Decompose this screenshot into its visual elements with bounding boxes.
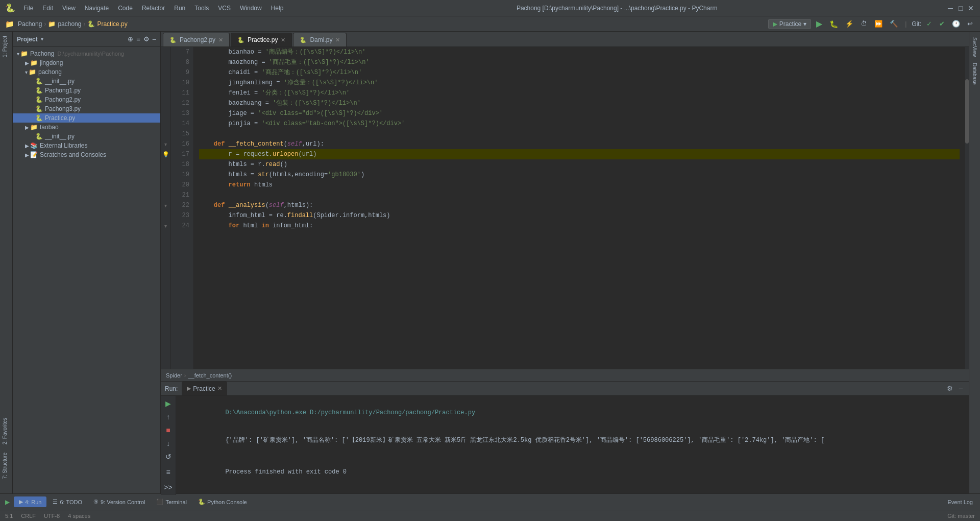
tree-taobao[interactable]: ▶ 📁 taobao — [13, 123, 160, 132]
run-config-selector[interactable]: ▶ Practice ▾ — [768, 19, 811, 29]
fold-24[interactable]: ▾ — [164, 223, 167, 229]
btm-vcs-tab[interactable]: ⑨ 9: Version Control — [88, 496, 150, 507]
run-tab-close[interactable]: ✕ — [217, 385, 222, 392]
tree-jingdong[interactable]: ▶ 📁 jingdong — [13, 58, 160, 67]
gutter-20 — [161, 180, 170, 190]
settings-button[interactable]: ⚙ — [143, 35, 150, 43]
git-checkmark1[interactable]: ✓ — [924, 19, 934, 29]
right-container: 🐍 Pachong2.py ✕ 🐍 Practice.py ✕ 🐍 Dami.p… — [161, 32, 969, 493]
editor-area[interactable]: ▾ 💡 ▾ ▾ 7 8 9 10 11 12 13 14 15 — [161, 47, 969, 369]
profile-button[interactable]: ⏱ — [859, 19, 869, 29]
expand-output[interactable]: >> — [162, 482, 174, 493]
dami-tab-close[interactable]: ✕ — [335, 37, 340, 43]
btm-terminal-tab[interactable]: ⬛ Terminal — [151, 496, 192, 507]
linenum-13: 13 — [171, 108, 189, 119]
code-line-24: for html in infom_html: — [199, 221, 960, 231]
status-position[interactable]: 5:1 — [5, 513, 13, 519]
output-line-3: Process finished with exit code 0 — [181, 458, 964, 486]
stop-button[interactable]: ⏩ — [872, 19, 885, 29]
tree-pachong2[interactable]: 🐍 Pachong2.py — [13, 95, 160, 104]
tree-external-libs[interactable]: ▶ 📚 External Libraries — [13, 141, 160, 150]
tree-pachong-folder[interactable]: ▾ 📁 pachong — [13, 67, 160, 77]
status-indent[interactable]: 4 spaces — [68, 513, 90, 519]
breadcrumb-pachong[interactable]: Pachong — [18, 20, 42, 28]
fold-16[interactable]: ▾ — [164, 141, 167, 147]
tree-init-py[interactable]: 🐍 __init__.py — [13, 77, 160, 86]
locate-file-button[interactable]: ⊕ — [128, 35, 133, 43]
menu-vcs[interactable]: VCS — [214, 4, 235, 13]
menu-tools[interactable]: Tools — [190, 4, 213, 13]
git-history[interactable]: 🕐 — [950, 19, 962, 29]
run-scroll-up[interactable]: ↑ — [165, 411, 172, 422]
menu-code[interactable]: Code — [114, 4, 137, 13]
close-button[interactable]: ✕ — [967, 4, 975, 12]
menu-window[interactable]: Window — [236, 4, 266, 13]
run-scroll-down[interactable]: ↓ — [165, 438, 172, 449]
status-git[interactable]: Git: master — [947, 513, 975, 519]
close-panel-button[interactable]: – — [153, 35, 156, 43]
run-button[interactable]: ▶ — [814, 18, 824, 30]
tab-practice[interactable]: 🐍 Practice.py ✕ — [231, 33, 292, 46]
tab-dami-label: Dami.py — [310, 36, 332, 43]
scroll-from-source-button[interactable]: ≡ — [136, 35, 140, 43]
code-line-17: r = request.urlopen(url) — [199, 149, 960, 159]
init-py-icon: 🐍 — [35, 78, 43, 85]
breadcrumb-pachong-sub[interactable]: pachong — [58, 20, 81, 28]
pachong2-tab-close[interactable]: ✕ — [218, 37, 223, 43]
run-tab[interactable]: ▶ Practice ✕ — [182, 382, 227, 395]
run-rerun-button[interactable]: ↺ — [164, 451, 173, 462]
btm-event-log-tab[interactable]: Event Log — [942, 497, 978, 507]
tab-pachong2[interactable]: 🐍 Pachong2.py ✕ — [163, 33, 230, 46]
debug-button[interactable]: 🐛 — [827, 19, 840, 29]
bottom-panel-tabs: Run: ▶ Practice ✕ ⚙ – — [161, 382, 969, 396]
menu-file[interactable]: File — [19, 4, 37, 13]
btm-python-console-tab[interactable]: 🐍 Python Console — [193, 496, 252, 507]
build-button[interactable]: 🔨 — [888, 19, 900, 29]
btm-vcs-icon: ⑨ — [93, 499, 99, 505]
code-line-12: baozhuang = '包装：([\s\S]*?)</li>\n' — [199, 98, 960, 108]
tree-scratches[interactable]: ▶ 📝 Scratches and Consoles — [13, 150, 160, 159]
status-linesep[interactable]: CRLF — [21, 513, 36, 519]
tree-practice[interactable]: 🐍 Practice.py — [13, 113, 160, 123]
coverage-button[interactable]: ⚡ — [843, 19, 855, 29]
menu-edit[interactable]: Edit — [38, 4, 57, 13]
breadcrumb-practice[interactable]: Practice.py — [97, 20, 127, 28]
minimize-button[interactable]: ─ — [946, 4, 954, 12]
run-tab-icon: ▶ — [187, 385, 191, 392]
run-close-button[interactable]: ≡ — [164, 466, 172, 478]
code-editor[interactable]: bianhao = '商品编号：([\s\S]*?)</li>\n' maozh… — [194, 47, 965, 369]
practice-tab-close[interactable]: ✕ — [281, 37, 285, 43]
menu-navigate[interactable]: Navigate — [81, 4, 113, 13]
btm-run-tab[interactable]: ▶ 4: Run — [14, 496, 46, 507]
run-play-button[interactable]: ▶ — [164, 398, 173, 409]
tree-pachong1[interactable]: 🐍 Pachong1.py — [13, 86, 160, 95]
bottom-run-button[interactable]: ▶ — [2, 499, 13, 506]
menu-refactor[interactable]: Refactor — [138, 4, 169, 13]
menu-view[interactable]: View — [58, 4, 80, 13]
git-undo[interactable]: ↩ — [965, 19, 975, 29]
minimize-run-button[interactable]: – — [957, 384, 965, 393]
structure-tab[interactable]: 7: Structure — [0, 448, 12, 483]
database-tab[interactable]: Database — [970, 60, 979, 88]
project-tab[interactable]: 1: Project — [0, 32, 12, 61]
tab-dami[interactable]: 🐍 Dami.py ✕ — [293, 33, 347, 46]
favorites-tab[interactable]: 2: Favorites — [0, 414, 12, 448]
status-encoding[interactable]: UTF-8 — [44, 513, 60, 519]
editor-scrollbar[interactable] — [965, 47, 969, 369]
scvview-tab[interactable]: SvcView — [970, 34, 979, 60]
run-stop-button[interactable]: ■ — [164, 424, 172, 436]
linenum-8: 8 — [171, 57, 189, 67]
btm-todo-tab[interactable]: ☰ 6: TODO — [47, 496, 87, 507]
settings-run-button[interactable]: ⚙ — [945, 384, 955, 393]
gutter-16: ▾ — [161, 139, 170, 149]
bulb-17[interactable]: 💡 — [162, 151, 169, 158]
menu-help[interactable]: Help — [267, 4, 288, 13]
tree-pachong3[interactable]: 🐍 Pachong3.py — [13, 104, 160, 113]
menu-run[interactable]: Run — [170, 4, 189, 13]
fold-22[interactable]: ▾ — [164, 203, 167, 208]
maximize-button[interactable]: □ — [957, 4, 965, 12]
tree-root[interactable]: ▾ 📁 Pachong D:\pycharmunility\Pachong — [13, 49, 160, 58]
code-line-15 — [199, 129, 960, 139]
git-checkmark2[interactable]: ✔ — [937, 19, 947, 29]
tree-taobao-init[interactable]: 🐍 __init__.py — [13, 132, 160, 141]
